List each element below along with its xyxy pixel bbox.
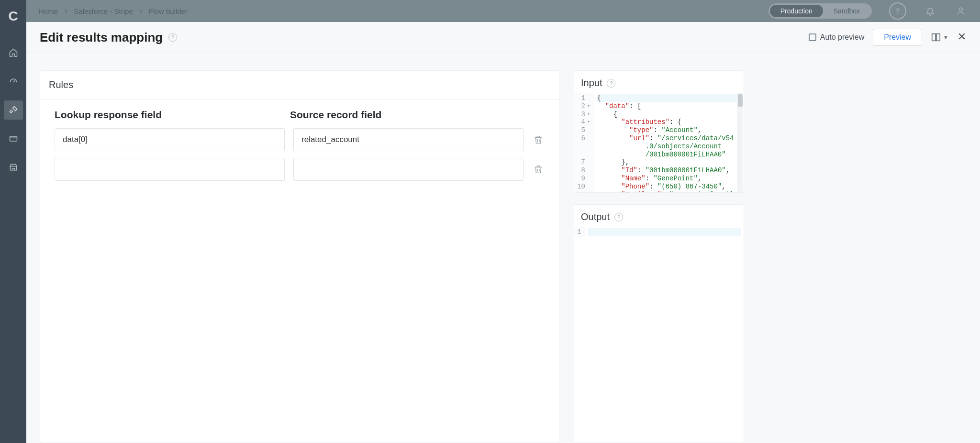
breadcrumb-leaf[interactable]: Flow builder	[149, 7, 188, 15]
delete-row-icon[interactable]	[532, 133, 545, 146]
rule-row	[55, 128, 545, 151]
lookup-field-input[interactable]	[55, 128, 285, 151]
rules-panel-title: Rules	[40, 71, 559, 100]
page-title: Edit results mapping	[40, 30, 163, 45]
lookup-field-input[interactable]	[55, 158, 285, 181]
close-button[interactable]	[957, 32, 967, 43]
auto-preview-checkbox[interactable]: Auto preview	[809, 33, 865, 42]
help-tooltip-icon[interactable]: ?	[168, 33, 177, 42]
output-panel: Output ? 1	[574, 204, 744, 443]
chevron-right-icon: ›	[138, 7, 144, 15]
rule-row	[55, 158, 545, 181]
input-panel: Input ? 12▾3▾4▾5678910111213 { "data": […	[574, 70, 744, 193]
help-tooltip-icon[interactable]: ?	[607, 79, 615, 88]
top-bar: Home › Salesforce - Stripe › Flow builde…	[26, 0, 980, 22]
nav-store-icon[interactable]	[4, 158, 23, 177]
nav-build-icon[interactable]	[4, 100, 23, 120]
bell-icon[interactable]	[924, 2, 937, 20]
auto-preview-label: Auto preview	[820, 33, 865, 42]
help-tooltip-icon[interactable]: ?	[614, 213, 623, 222]
user-icon[interactable]	[954, 2, 968, 20]
preview-button[interactable]: Preview	[873, 29, 922, 46]
svg-point-2	[959, 8, 963, 11]
svg-rect-4	[936, 34, 940, 41]
scrollbar-thumb[interactable]	[738, 94, 743, 107]
nav-home-icon[interactable]	[4, 43, 23, 62]
output-code-editor[interactable]: 1	[574, 227, 744, 237]
source-field-input[interactable]	[293, 128, 523, 151]
nav-dashboard-icon[interactable]	[4, 72, 23, 91]
svg-point-1	[898, 13, 898, 14]
scrollbar-track[interactable]	[737, 93, 743, 192]
env-sandbox[interactable]: Sandbox	[823, 5, 870, 17]
col-lookup-header: Lookup response field	[55, 109, 281, 121]
layout-toggle[interactable]: ▼	[931, 32, 948, 43]
chevron-right-icon: ›	[63, 7, 69, 15]
help-icon[interactable]	[889, 2, 906, 20]
rules-panel: Rules Lookup response field Source recor…	[40, 70, 559, 443]
input-title: Input	[581, 78, 602, 89]
page-header: Edit results mapping ? Auto preview Prev…	[26, 22, 980, 53]
breadcrumb-home[interactable]: Home	[39, 7, 58, 15]
svg-rect-3	[932, 34, 935, 41]
input-code-editor[interactable]: 12▾3▾4▾5678910111213 { "data": [ { "attr…	[574, 93, 744, 192]
breadcrumb-mid[interactable]: Salesforce - Stripe	[74, 7, 133, 15]
app-logo: C	[8, 9, 18, 24]
output-title: Output	[581, 211, 610, 222]
chevron-down-icon: ▼	[943, 34, 948, 40]
source-field-input[interactable]	[293, 158, 523, 181]
nav-card-icon[interactable]	[4, 129, 23, 148]
environment-toggle: Production Sandbox	[768, 3, 872, 19]
svg-rect-0	[10, 136, 17, 141]
env-production[interactable]: Production	[770, 5, 823, 17]
col-source-header: Source record field	[290, 109, 517, 121]
delete-row-icon[interactable]	[532, 163, 545, 176]
left-nav: C	[0, 0, 26, 443]
